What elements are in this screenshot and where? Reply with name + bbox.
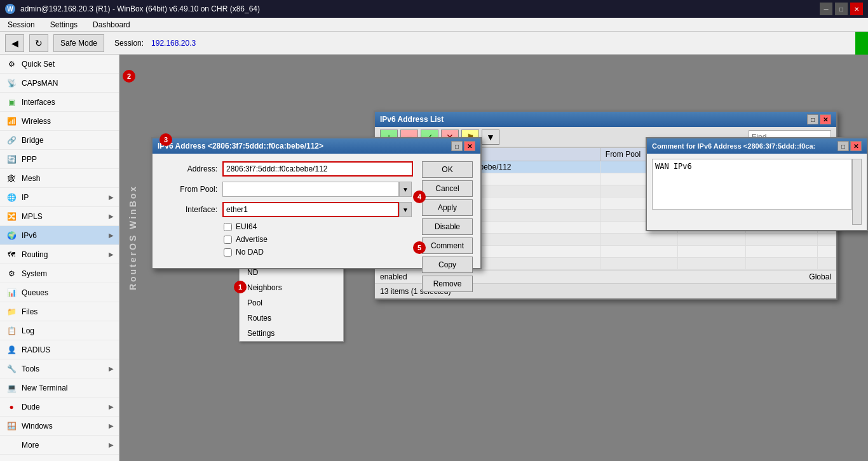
more-icon [5,439,18,451]
cancel-button[interactable]: Cancel [422,180,473,197]
disable-button[interactable]: Disable [422,218,473,235]
apply-button[interactable]: Apply [422,199,473,216]
filter-button[interactable]: ▼ [482,130,499,145]
main-layout: ⚙ Quick Set 📡 CAPsMAN ▣ Interfaces 📶 Wir… [0,55,868,461]
step-badge-3: 3 [159,133,172,146]
comment-body: WAN IPv6 [647,154,867,230]
close-button[interactable]: ✕ [850,3,863,15]
no-dad-checkbox[interactable] [224,248,232,257]
ipv6-icon: 🌍 [5,229,18,242]
edit-dialog-titlebar: IPv6 Address <2806:3f7:5ddd::f0ca:bebe/1… [153,138,480,154]
comment-restore-button[interactable]: □ [837,141,849,151]
footer-global: Global [809,272,831,281]
eui64-label: EUI64 [236,222,257,231]
sidebar-item-radius[interactable]: 👤 RADIUS [0,340,119,359]
sidebar-label-ppp: PPP [22,155,37,164]
sidebar-label-interfaces: Interfaces [22,98,55,107]
sidebar-item-mesh[interactable]: 🕸 Mesh [0,169,119,188]
step-badge-4: 4 [413,190,426,203]
log-icon: 📋 [5,324,18,337]
sidebar-item-system[interactable]: ⚙ System [0,264,119,283]
sidebar-item-log[interactable]: 📋 Log [0,321,119,340]
minimize-button[interactable]: ─ [820,3,832,15]
sidebar-label-tools: Tools [22,364,39,373]
ipv6-list-close[interactable]: ✕ [820,114,831,124]
sidebar-item-tools[interactable]: 🔧 Tools ▶ [0,359,119,378]
comment-scrollbar[interactable] [852,159,862,225]
maximize-button[interactable]: □ [835,3,848,15]
safe-mode-button[interactable]: Safe Mode [53,34,104,52]
forward-button[interactable]: ↻ [29,34,48,52]
advertise-checkbox[interactable] [224,236,232,244]
routing-icon: 🗺 [5,248,18,261]
comment-button[interactable]: Comment [422,237,473,254]
title-bar: W admin@192.168.20.3 (R1) - WinBox (64bi… [0,0,868,18]
submenu-item-pool[interactable]: Pool [240,295,343,311]
menu-dashboard[interactable]: Dashboard [88,19,135,30]
comment-titlebar: Comment for IPv6 Address <2806:3f7:5ddd:… [647,138,867,154]
submenu-item-routes[interactable]: Routes [240,311,343,326]
interface-input[interactable] [222,202,399,217]
step-badge-1: 1 [234,281,247,293]
sidebar-item-ip[interactable]: 🌐 IP ▶ [0,188,119,207]
comment-title: Comment for IPv6 Address <2806:3f7:5ddd:… [652,142,815,150]
sidebar-item-mpls[interactable]: 🔀 MPLS ▶ [0,207,119,226]
ipv6-list-titlebar: IPv6 Address List □ ✕ [375,112,836,127]
sidebar-item-capsman[interactable]: 📡 CAPsMAN [0,74,119,93]
interface-row: Interface: ▼ [160,202,417,217]
menu-settings[interactable]: Settings [45,19,83,30]
tools-icon: 🔧 [5,363,18,375]
sidebar-label-files: Files [22,307,37,316]
tools-arrow: ▶ [109,365,114,372]
windows-icon: 🪟 [5,420,18,432]
system-icon: ⚙ [5,267,18,280]
capsman-icon: 📡 [5,77,18,90]
interfaces-icon: ▣ [5,96,18,109]
ppp-icon: 🔄 [5,153,18,166]
eui64-checkbox[interactable] [224,223,232,231]
session-value: 192.168.20.3 [151,39,196,48]
sidebar-item-dude[interactable]: ● Dude ▶ [0,398,119,417]
sidebar-item-queues[interactable]: 📊 Queues [0,283,119,302]
sidebar-item-routing[interactable]: 🗺 Routing ▶ [0,245,119,264]
edit-dialog-body: OK Cancel Apply Disable Comment Copy Rem… [153,154,480,268]
sidebar-item-quickset[interactable]: ⚙ Quick Set [0,55,119,74]
interface-arrow[interactable]: ▼ [399,202,412,217]
session-label: Session: [114,39,144,48]
sidebar-item-files[interactable]: 📁 Files [0,302,119,321]
menu-bar: Session Settings Dashboard [0,18,868,32]
edit-dialog-title: IPv6 Address <2806:3f7:5ddd::f0ca:bebe/1… [158,142,323,150]
edit-close-button[interactable]: ✕ [464,141,475,151]
no-dad-label: No DAD [236,248,264,257]
step-badge-2: 2 [123,70,135,83]
from-pool-input[interactable] [222,182,399,197]
submenu-item-settings[interactable]: Settings [240,326,343,341]
sidebar-item-wireless[interactable]: 📶 Wireless [0,112,119,131]
sidebar-label-mpls: MPLS [22,212,43,221]
action-buttons: OK Cancel Apply Disable Comment Copy Rem… [422,161,473,292]
sidebar-item-ppp[interactable]: 🔄 PPP [0,150,119,169]
submenu-item-neighbors[interactable]: Neighbors [240,280,343,295]
sidebar-item-windows[interactable]: 🪟 Windows ▶ [0,417,119,436]
wireless-icon: 📶 [5,115,18,128]
address-input[interactable] [222,161,413,177]
comment-close-button[interactable]: ✕ [850,141,862,151]
sidebar-item-interfaces[interactable]: ▣ Interfaces [0,93,119,112]
menu-session[interactable]: Session [3,19,40,30]
back-button[interactable]: ◀ [5,34,24,52]
ok-button[interactable]: OK [422,161,473,178]
sidebar-item-ipv6[interactable]: 🌍 IPv6 ▶ [0,226,119,245]
ipv6-list-restore[interactable]: □ [807,114,818,124]
sidebar-label-ip: IP [22,193,29,202]
dude-icon: ● [5,401,18,413]
sidebar-label-radius: RADIUS [22,345,50,354]
sidebar-item-bridge[interactable]: 🔗 Bridge [0,131,119,150]
sidebar-item-newterminal[interactable]: 💻 New Terminal [0,378,119,398]
from-pool-row: From Pool: ▼ [160,182,417,197]
edit-restore-button[interactable]: □ [451,141,463,151]
copy-button[interactable]: Copy [422,257,473,273]
comment-textarea[interactable]: WAN IPv6 [652,159,852,210]
remove-button[interactable]: Remove [422,276,473,292]
from-pool-arrow[interactable]: ▼ [399,182,412,197]
sidebar-item-more[interactable]: More ▶ [0,436,119,455]
